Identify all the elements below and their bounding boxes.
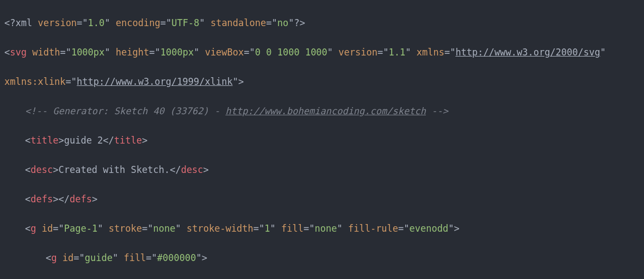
code-line: <g id="guide" fill="#000000"> <box>4 251 640 265</box>
title-text: guide 2 <box>64 135 103 146</box>
code-line: <title>guide 2</title> <box>4 133 640 148</box>
xml-encoding-value: UTF-8 <box>171 17 199 28</box>
xml-standalone-value: no <box>277 17 288 28</box>
svg-version-value: 1.1 <box>388 47 405 58</box>
code-editor-view: <?xml version="1.0" encoding="UTF-8" sta… <box>0 0 644 279</box>
g-outer-fill: none <box>315 223 337 234</box>
comment-text-post: --> <box>426 106 448 116</box>
svg-height-value: 1000px <box>160 47 194 58</box>
code-line: <!-- Generator: Sketch 40 (33762) - http… <box>4 104 640 119</box>
g-outer-id: Page-1 <box>64 223 97 234</box>
code-line: <?xml version="1.0" encoding="UTF-8" sta… <box>4 16 640 30</box>
svg-xmlns-url: http://www.w3.org/2000/svg <box>455 47 600 58</box>
code-line: <g id="Page-1" stroke="none" stroke-widt… <box>4 221 640 236</box>
svg-xlink-url: http://www.w3.org/1999/xlink <box>77 76 233 87</box>
svg-viewbox-value: 0 0 1000 1000 <box>255 47 327 58</box>
g-outer-stroke-width: 1 <box>264 223 270 234</box>
svg-width-value: 1000px <box>71 47 104 58</box>
g-inner-id: guide <box>85 252 113 263</box>
g-outer-stroke: none <box>153 223 176 234</box>
code-line: <defs></defs> <box>4 192 640 207</box>
code-line: <svg width="1000px" height="1000px" view… <box>4 45 640 60</box>
desc-text: Created with Sketch. <box>58 164 170 175</box>
comment-url: http://www.bohemiancoding.com/sketch <box>225 106 425 116</box>
code-line: <desc>Created with Sketch.</desc> <box>4 163 640 177</box>
xml-version-value: 1.0 <box>88 17 105 28</box>
g-outer-fill-rule: evenodd <box>410 223 449 234</box>
code-line: xmlns:xlink="http://www.w3.org/1999/xlin… <box>4 75 640 89</box>
comment-text-pre: <!-- Generator: Sketch 40 (33762) - <box>25 106 225 116</box>
g-inner-fill: #000000 <box>157 252 196 263</box>
